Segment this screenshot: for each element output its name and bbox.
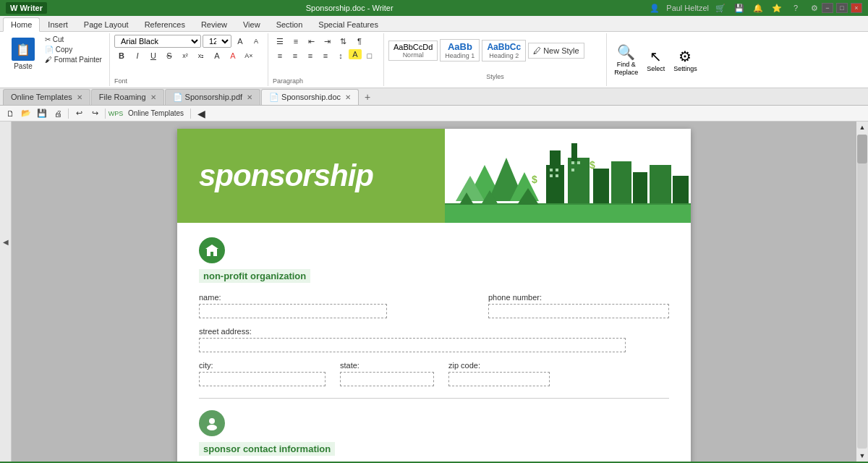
banner-image: $ $ $ <box>445 129 691 223</box>
paste-button[interactable]: 📋 Paste <box>6 35 41 85</box>
tab-section[interactable]: Section <box>268 17 311 31</box>
doc-tab-sponsorship-pdf[interactable]: 📄 Sponsorship.pdf ✕ <box>165 89 261 105</box>
toolbar-undo-button[interactable]: ↩ <box>72 107 86 120</box>
scroll-up-button[interactable]: ▲ <box>856 122 868 133</box>
settings-button[interactable]: ⚙ Settings <box>671 46 700 74</box>
style-h2-preview: AaBbCc <box>487 42 521 52</box>
copy-button[interactable]: 📄 Copy <box>41 45 106 54</box>
underline-button[interactable]: U <box>146 49 161 62</box>
align-left-button[interactable]: ≡ <box>273 49 287 62</box>
svg-point-33 <box>207 425 217 430</box>
style-normal[interactable]: AaBbCcDd Normal <box>388 41 438 61</box>
justify-button[interactable]: ≡ <box>318 49 333 62</box>
scroll-track[interactable] <box>857 135 867 449</box>
bullet-list-button[interactable]: ☰ <box>273 35 287 48</box>
document-area[interactable]: sponsorship $ $ $ <box>12 122 856 462</box>
toolbar-online-doc-icon[interactable]: WPS <box>109 107 123 120</box>
bold-button[interactable]: B <box>114 49 129 62</box>
toolbar-redo-button[interactable]: ↪ <box>88 107 102 120</box>
font-family-select[interactable]: Arial Black <box>114 35 201 48</box>
address-input[interactable] <box>199 338 626 352</box>
cut-button[interactable]: ✂ Cut <box>41 35 106 44</box>
page-banner: sponsorship $ $ $ <box>177 129 691 223</box>
tab-insert[interactable]: Insert <box>40 17 76 31</box>
line-spacing-button[interactable]: ↕ <box>333 49 348 62</box>
editing-group: 🔍 Find &Replace ↖ Select ⚙ Settings Edit… <box>607 33 705 86</box>
state-input[interactable] <box>340 372 434 386</box>
tab-special-features[interactable]: Special Features <box>310 17 386 31</box>
nav-arrow-left[interactable]: ◀ <box>1 237 10 246</box>
name-input[interactable] <box>199 304 387 318</box>
new-style-button[interactable]: 🖊 New Style <box>528 43 584 59</box>
numbered-list-button[interactable]: ≡ <box>289 35 303 48</box>
close-tab-file-roaming[interactable]: ✕ <box>150 93 156 101</box>
decrease-indent-button[interactable]: ⇤ <box>305 35 319 48</box>
close-tab-online-templates[interactable]: ✕ <box>77 93 82 101</box>
svg-rect-20 <box>556 174 558 177</box>
font-color-button[interactable]: A <box>226 49 240 62</box>
save-cloud-icon[interactable]: 💾 <box>732 2 746 14</box>
find-replace-label: Find &Replace <box>614 61 638 77</box>
toolbar-new-button[interactable]: 🗋 <box>3 107 17 120</box>
tab-references[interactable]: References <box>137 17 193 31</box>
sort-button[interactable]: ⇅ <box>336 35 351 48</box>
italic-button[interactable]: I <box>130 49 145 62</box>
border-button[interactable]: □ <box>362 49 377 62</box>
select-label: Select <box>647 65 665 72</box>
shading-button[interactable]: A <box>349 49 362 59</box>
toolbar-save-button[interactable]: 💾 <box>35 107 49 120</box>
ribbon: Home Insert Page Layout References Revie… <box>0 16 868 88</box>
restore-button[interactable]: □ <box>836 3 848 13</box>
minimize-button[interactable]: − <box>822 3 833 13</box>
close-button[interactable]: × <box>851 3 862 13</box>
doc-tab-file-roaming[interactable]: File Roaming ✕ <box>91 89 164 105</box>
toolbar-print-button[interactable]: 🖨 <box>51 107 65 120</box>
format-painter-button[interactable]: 🖌 Format Painter <box>41 55 106 64</box>
style-heading2[interactable]: AaBbCc Heading 2 <box>482 40 526 61</box>
toolbar-open-button[interactable]: 📂 <box>19 107 33 120</box>
font-shrink-button[interactable]: A <box>249 35 263 48</box>
nonprofit-heading: non-profit organization <box>199 269 310 283</box>
align-center-button[interactable]: ≡ <box>288 49 302 62</box>
close-tab-sponsorship-doc[interactable]: ✕ <box>345 93 351 101</box>
doc-tab-sponsorship-doc[interactable]: 📄 Sponsorship.doc ✕ <box>261 89 359 105</box>
phone-input[interactable] <box>488 304 669 318</box>
svg-rect-22 <box>577 161 580 164</box>
close-tab-sponsorship-pdf[interactable]: ✕ <box>247 93 252 101</box>
align-right-button[interactable]: ≡ <box>303 49 318 62</box>
svg-rect-15 <box>650 165 671 205</box>
scroll-down-button[interactable]: ▼ <box>856 450 868 462</box>
subscript-button[interactable]: x₂ <box>194 49 208 62</box>
toolbar-separator-2 <box>105 109 106 119</box>
font-grow-button[interactable]: A <box>233 35 247 48</box>
find-replace-button[interactable]: 🔍 Find &Replace <box>611 42 641 78</box>
add-tab-button[interactable]: + <box>359 89 375 105</box>
city-input[interactable] <box>199 372 326 386</box>
doc-icon: 📄 <box>269 93 279 102</box>
bell-icon[interactable]: 🔔 <box>751 2 765 14</box>
show-marks-button[interactable]: ¶ <box>352 35 367 48</box>
tab-page-layout[interactable]: Page Layout <box>76 17 137 31</box>
star-icon[interactable]: ⭐ <box>770 2 784 14</box>
clear-format-button[interactable]: A× <box>242 49 256 62</box>
select-button[interactable]: ↖ Select <box>644 46 668 74</box>
style-heading1[interactable]: AaBb Heading 1 <box>440 39 480 61</box>
settings-gear-icon[interactable]: ⚙ <box>807 2 822 14</box>
toolbar-nav-left[interactable]: ◀ <box>194 107 208 120</box>
strikethrough-button[interactable]: S <box>162 49 176 62</box>
tab-review[interactable]: Review <box>193 17 235 31</box>
zip-input[interactable] <box>448 372 550 386</box>
scroll-thumb[interactable] <box>857 135 867 163</box>
toolbar-template-button[interactable]: Online Templates <box>124 107 187 120</box>
help-icon[interactable]: ? <box>788 2 803 14</box>
doc-tab-online-templates[interactable]: Online Templates ✕ <box>3 89 90 105</box>
highlight-button[interactable]: A <box>210 49 224 62</box>
increase-indent-button[interactable]: ⇥ <box>320 35 335 48</box>
app-logo[interactable]: W Writer <box>6 2 47 14</box>
settings-label: Settings <box>673 65 697 72</box>
tab-home[interactable]: Home <box>3 17 40 32</box>
shop-icon[interactable]: 🛒 <box>713 2 728 14</box>
font-size-select[interactable]: 12 <box>203 35 231 48</box>
tab-view[interactable]: View <box>235 17 268 31</box>
superscript-button[interactable]: x² <box>178 49 192 62</box>
